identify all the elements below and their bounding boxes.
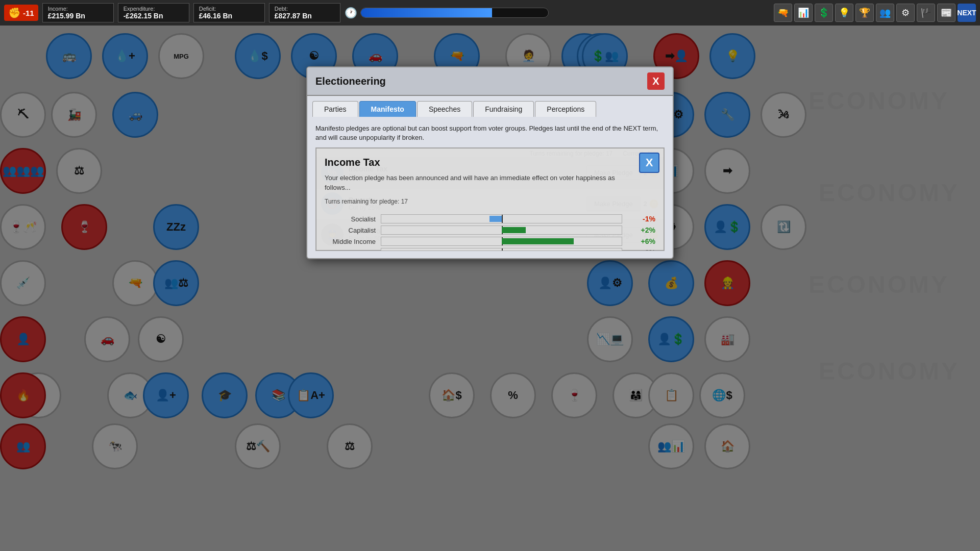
income-label: Income: bbox=[48, 6, 108, 12]
electioneering-dialog: Electioneering X Parties Manifesto Speec… bbox=[306, 66, 674, 259]
voter-group-middle: Middle Income +6% bbox=[325, 237, 655, 246]
rating-badge: ✊ -11 bbox=[4, 5, 38, 21]
debt-label: Debt: bbox=[275, 6, 335, 12]
vg-label-capitalist: Capitalist bbox=[325, 227, 376, 234]
vg-bar-socialist bbox=[381, 214, 622, 223]
voter-groups: Socialist -1% Capitalist bbox=[325, 212, 655, 251]
people-icon[interactable]: 👥 bbox=[876, 4, 894, 22]
popup-stats: Turns remaining for pledge: 17 bbox=[325, 198, 655, 205]
tab-parties[interactable]: Parties bbox=[312, 101, 358, 117]
vg-center-line-4 bbox=[502, 248, 503, 251]
vg-fill-capitalist bbox=[502, 227, 526, 233]
close-dialog-button[interactable]: X bbox=[647, 72, 665, 90]
clock-icon: 🕐 bbox=[345, 7, 357, 19]
tab-speeches[interactable]: Speeches bbox=[417, 101, 472, 117]
popup-title: Income Tax bbox=[325, 157, 655, 168]
chart-icon[interactable]: 📊 bbox=[794, 4, 813, 22]
popup-close-button[interactable]: X bbox=[639, 153, 659, 173]
dollar-icon[interactable]: 💲 bbox=[815, 4, 833, 22]
dialog-titlebar: Electioneering X bbox=[307, 67, 673, 96]
debt-stat: Debt: £827.87 Bn bbox=[269, 3, 340, 22]
debt-value: £827.87 Bn bbox=[275, 12, 335, 20]
tab-fundraising[interactable]: Fundraising bbox=[473, 101, 534, 117]
voter-group-wealthy: Wealthy +0% bbox=[325, 248, 655, 251]
pledge-popup: X Income Tax Your election pledge has be… bbox=[316, 148, 664, 251]
pledge-list: Turns remaining for pledge: 17 Current: … bbox=[315, 147, 665, 251]
vg-center-line bbox=[502, 215, 503, 223]
dialog-title: Electioneering bbox=[315, 76, 386, 87]
progress-fill bbox=[361, 8, 492, 17]
expenditure-value: -£262.15 Bn bbox=[124, 12, 184, 20]
income-stat: Income: £215.99 Bn bbox=[42, 3, 114, 22]
gun-icon[interactable]: 🔫 bbox=[774, 4, 792, 22]
income-value: £215.99 Bn bbox=[48, 12, 108, 20]
next-button[interactable]: NEXT bbox=[958, 4, 976, 22]
trophy-icon[interactable]: 🏆 bbox=[855, 4, 874, 22]
vg-bar-capitalist bbox=[381, 226, 622, 235]
voter-group-socialist: Socialist -1% bbox=[325, 214, 655, 223]
vg-value-wealthy: +0% bbox=[627, 248, 655, 251]
vg-value-capitalist: +2% bbox=[627, 226, 655, 234]
vg-bar-wealthy bbox=[381, 248, 622, 251]
settings-icon[interactable]: ⚙ bbox=[896, 4, 915, 22]
vg-label-socialist: Socialist bbox=[325, 215, 376, 223]
dialog-tabs: Parties Manifesto Speeches Fundraising P… bbox=[307, 96, 673, 117]
topbar-icons: 🔫 📊 💲 💡 🏆 👥 ⚙ 🏴 📰 NEXT bbox=[774, 4, 976, 22]
description-text: Manifesto pledges are optional but can b… bbox=[315, 124, 665, 142]
deficit-value: £46.16 Bn bbox=[199, 12, 259, 20]
popup-turns-label: Turns remaining for pledge: 17 bbox=[325, 198, 408, 205]
approval-progress: 🕐 bbox=[345, 7, 549, 19]
tab-perceptions[interactable]: Perceptions bbox=[535, 101, 596, 117]
flag-icon[interactable]: 🏴 bbox=[917, 4, 935, 22]
deficit-stat: Deficit: £46.16 Bn bbox=[193, 3, 265, 22]
vg-label-middle: Middle Income bbox=[325, 238, 376, 245]
modal-overlay: Electioneering X Parties Manifesto Speec… bbox=[0, 26, 980, 551]
popup-subtitle: Your election pledge has been announced … bbox=[325, 173, 622, 193]
newspaper-icon[interactable]: 📰 bbox=[937, 4, 955, 22]
vg-value-middle: +6% bbox=[627, 237, 655, 245]
vg-fill-middle bbox=[502, 238, 574, 244]
expenditure-stat: Expenditure: -£262.15 Bn bbox=[118, 3, 189, 22]
topbar: ✊ -11 Income: £215.99 Bn Expenditure: -£… bbox=[0, 0, 980, 26]
vg-fill-socialist bbox=[489, 216, 502, 222]
expenditure-label: Expenditure: bbox=[124, 6, 184, 12]
fist-icon: ✊ bbox=[8, 7, 21, 19]
voter-group-capitalist: Capitalist +2% bbox=[325, 226, 655, 235]
vg-bar-middle bbox=[381, 237, 622, 246]
vg-value-socialist: -1% bbox=[627, 215, 655, 223]
progress-bar bbox=[360, 8, 549, 18]
dialog-body: Manifesto pledges are optional but can b… bbox=[307, 117, 673, 258]
rating-value: -11 bbox=[23, 9, 34, 17]
bulb-icon[interactable]: 💡 bbox=[835, 4, 853, 22]
tab-manifesto[interactable]: Manifesto bbox=[359, 101, 416, 117]
deficit-label: Deficit: bbox=[199, 6, 259, 12]
vg-label-wealthy: Wealthy bbox=[325, 249, 376, 252]
